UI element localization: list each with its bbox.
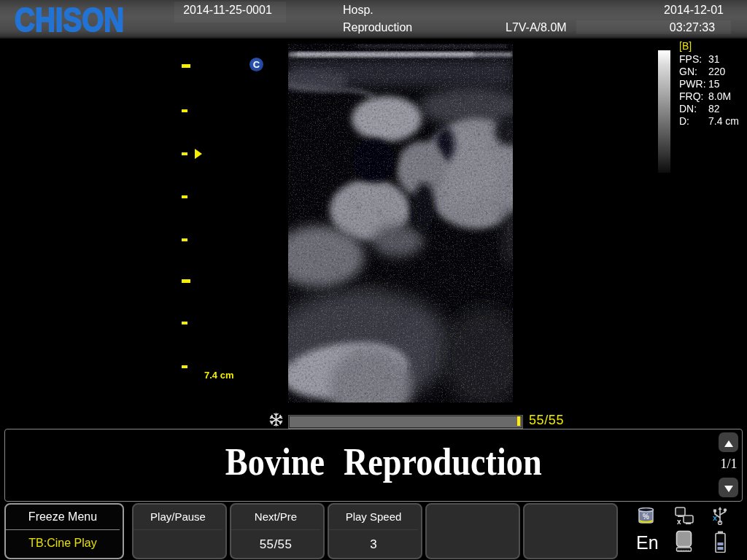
svg-text:x: x — [677, 518, 681, 526]
svg-text:x: x — [713, 513, 718, 522]
svg-text:%: % — [643, 513, 649, 521]
